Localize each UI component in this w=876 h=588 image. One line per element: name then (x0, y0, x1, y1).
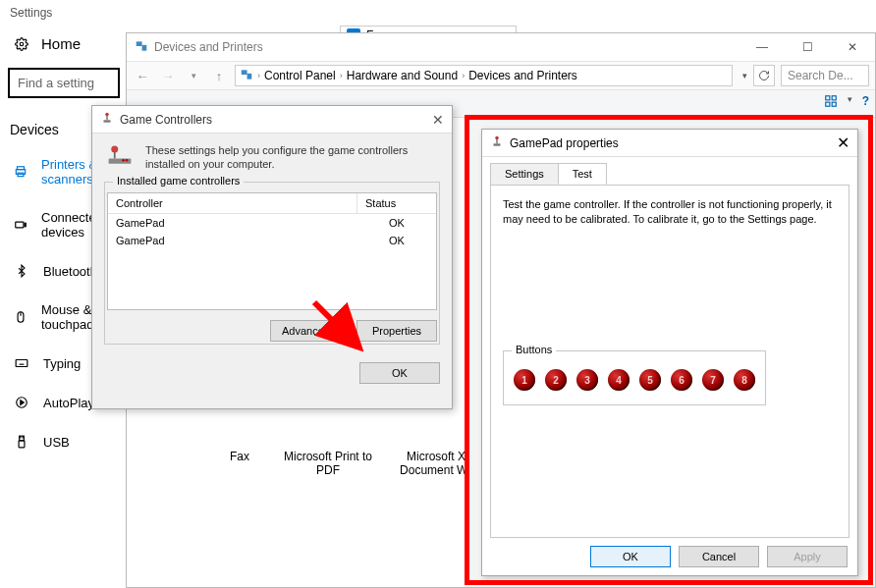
gc-cell-status: OK (357, 214, 436, 232)
table-row[interactable]: GamePad OK (108, 232, 436, 249)
svg-rect-25 (832, 96, 836, 100)
gc-help: These settings help you configure the ga… (104, 143, 440, 172)
view-icon[interactable] (824, 94, 838, 111)
settings-search[interactable]: Find a setting (8, 68, 120, 98)
sidebar-item-label: USB (43, 435, 70, 450)
breadcrumb-item[interactable]: Hardware and Sound (347, 69, 458, 82)
gamepad-button-indicator: 4 (608, 369, 630, 391)
gamepad-button-indicator: 1 (514, 369, 535, 391)
tab-test[interactable]: Test (558, 163, 607, 185)
gamepad-button-indicator: 7 (702, 369, 724, 391)
nav-up[interactable]: ↑ (209, 69, 229, 83)
ok-button[interactable]: OK (359, 362, 440, 384)
apply-button[interactable]: Apply (767, 546, 848, 567)
autoplay-icon (14, 395, 29, 410)
minimize-button[interactable]: ― (739, 33, 785, 61)
svg-rect-8 (16, 360, 27, 367)
chevron-right-icon[interactable]: › (340, 71, 343, 80)
svg-marker-15 (21, 401, 24, 405)
printer-icon (14, 164, 27, 180)
gc-cell-name: GamePad (108, 214, 357, 232)
game-controllers-dialog: Game Controllers ✕ These settings help y… (91, 105, 453, 409)
sidebar-item-label: AutoPlay (43, 396, 94, 410)
svg-rect-40 (494, 143, 501, 145)
joystick-icon (100, 111, 114, 128)
sidebar-item-label: Bluetooth (43, 264, 97, 279)
refresh-button[interactable] (753, 65, 775, 86)
breadcrumb-item[interactable]: Control Panel (264, 69, 336, 82)
cancel-button[interactable]: Cancel (679, 546, 759, 567)
svg-rect-3 (18, 173, 24, 177)
gp-buttons-row: 12345678 (514, 369, 755, 391)
gc-titlebar[interactable]: Game Controllers ✕ (92, 106, 452, 134)
table-row[interactable]: GamePad OK (108, 214, 436, 232)
settings-app-title: Settings (0, 0, 128, 26)
gc-group-label: Installed game controllers (113, 175, 244, 187)
dp-search[interactable]: Search De... (781, 65, 869, 86)
chevron-down-icon[interactable]: ▾ (742, 71, 747, 80)
svg-point-35 (122, 159, 125, 162)
dp-title: Devices and Printers (154, 40, 263, 54)
advanced-button[interactable]: Advanced... (270, 320, 351, 342)
gp-titlebar[interactable]: GamePad properties ✕ (482, 130, 857, 157)
properties-button[interactable]: Properties (356, 320, 437, 342)
close-icon[interactable]: ✕ (432, 112, 444, 128)
svg-point-0 (20, 42, 24, 46)
device-label: Fax (230, 450, 249, 463)
svg-rect-26 (825, 102, 829, 106)
gp-buttons-group: Buttons 12345678 (503, 350, 766, 405)
gc-cell-status: OK (357, 232, 436, 249)
svg-rect-22 (242, 70, 247, 75)
dp-titlebar[interactable]: Devices and Printers ― ☐ ✕ (127, 33, 875, 61)
chevron-right-icon[interactable]: › (257, 71, 260, 80)
breadcrumb-item[interactable]: Devices and Printers (468, 69, 577, 82)
joystick-icon (104, 143, 136, 167)
svg-rect-23 (247, 73, 252, 79)
devices-printers-icon (240, 68, 253, 84)
chevron-right-icon[interactable]: › (462, 71, 465, 80)
chevron-down-icon[interactable]: ▾ (848, 94, 852, 111)
svg-rect-20 (137, 41, 142, 46)
gp-instructions: Test the game controller. If the control… (503, 197, 837, 228)
nav-recent[interactable]: ▾ (184, 71, 203, 80)
svg-rect-21 (142, 44, 147, 50)
address-bar[interactable]: › Control Panel › Hardware and Sound › D… (235, 65, 733, 86)
keyboard-icon (14, 355, 29, 371)
joystick-icon (490, 134, 504, 151)
gamepad-button-indicator: 2 (545, 369, 567, 391)
close-icon[interactable]: ✕ (837, 134, 849, 152)
gamepad-button-indicator: 8 (734, 369, 755, 391)
gc-table[interactable]: Controller Status GamePad OK GamePad OK (107, 192, 437, 310)
gc-header-controller[interactable]: Controller (108, 193, 357, 213)
gamepad-button-indicator: 6 (671, 369, 692, 391)
sidebar-item-usb[interactable]: USB (0, 422, 128, 461)
svg-rect-39 (496, 139, 497, 144)
bluetooth-icon (14, 263, 29, 279)
gc-cell-name: GamePad (108, 232, 357, 249)
gc-header-status[interactable]: Status (357, 193, 436, 213)
gc-group: Installed game controllers Controller St… (104, 182, 440, 345)
svg-rect-30 (104, 120, 111, 122)
device-label: Microsoft Print to PDF (284, 450, 372, 477)
close-button[interactable]: ✕ (830, 33, 875, 61)
highlight-annotation: GamePad properties ✕ Settings Test Test … (465, 115, 873, 585)
sidebar-item-label: Typing (43, 356, 81, 371)
svg-rect-24 (825, 96, 829, 100)
svg-rect-19 (19, 441, 25, 448)
ok-button[interactable]: OK (590, 546, 671, 567)
gp-title-text: GamePad properties (510, 136, 619, 150)
settings-home[interactable]: Home (0, 26, 128, 62)
svg-rect-27 (832, 102, 836, 106)
device-ms-print-pdf[interactable]: Microsoft Print to PDF (274, 450, 382, 477)
gear-icon (14, 36, 29, 52)
devices-printers-icon (135, 39, 148, 56)
nav-forward[interactable]: → (158, 69, 178, 83)
nav-back[interactable]: ← (133, 69, 152, 83)
help-icon[interactable]: ? (862, 94, 869, 111)
svg-rect-5 (25, 223, 26, 227)
gc-title-text: Game Controllers (120, 113, 212, 127)
tab-settings[interactable]: Settings (490, 163, 559, 185)
maximize-button[interactable]: ☐ (785, 33, 830, 61)
gp-test-page: Test the game controller. If the control… (490, 185, 849, 538)
gamepad-button-indicator: 3 (576, 369, 598, 391)
